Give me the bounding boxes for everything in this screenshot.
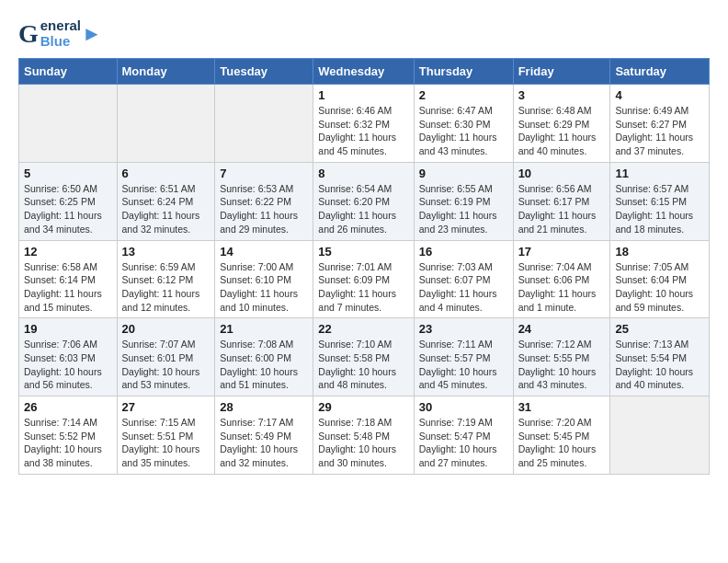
day-info: Sunrise: 7:08 AM Sunset: 6:00 PM Dayligh… — [220, 338, 308, 392]
calendar-cell: 27Sunrise: 7:15 AM Sunset: 5:51 PM Dayli… — [117, 396, 215, 475]
day-info: Sunrise: 7:19 AM Sunset: 5:47 PM Dayligh… — [419, 416, 508, 470]
calendar-cell: 17Sunrise: 7:04 AM Sunset: 6:06 PM Dayli… — [513, 240, 610, 318]
calendar-cell: 21Sunrise: 7:08 AM Sunset: 6:00 PM Dayli… — [215, 318, 313, 396]
calendar-cell: 24Sunrise: 7:12 AM Sunset: 5:55 PM Dayli… — [513, 318, 610, 396]
page-header: G eneral Blue ► — [18, 18, 710, 49]
day-info: Sunrise: 7:10 AM Sunset: 5:58 PM Dayligh… — [318, 338, 408, 392]
day-number: 6 — [122, 167, 210, 180]
day-number: 11 — [615, 167, 704, 180]
calendar-cell: 9Sunrise: 6:55 AM Sunset: 6:19 PM Daylig… — [414, 162, 513, 240]
calendar-cell — [117, 85, 215, 163]
calendar-cell: 18Sunrise: 7:05 AM Sunset: 6:04 PM Dayli… — [610, 240, 710, 318]
calendar-cell: 5Sunrise: 6:50 AM Sunset: 6:25 PM Daylig… — [19, 162, 118, 240]
calendar-cell: 7Sunrise: 6:53 AM Sunset: 6:22 PM Daylig… — [215, 162, 313, 240]
day-info: Sunrise: 7:06 AM Sunset: 6:03 PM Dayligh… — [24, 338, 112, 392]
calendar-cell: 31Sunrise: 7:20 AM Sunset: 5:45 PM Dayli… — [513, 396, 610, 475]
day-number: 26 — [24, 400, 112, 414]
calendar-cell: 30Sunrise: 7:19 AM Sunset: 5:47 PM Dayli… — [414, 396, 513, 475]
calendar-cell: 3Sunrise: 6:48 AM Sunset: 6:29 PM Daylig… — [513, 85, 610, 163]
week-row-3: 12Sunrise: 6:58 AM Sunset: 6:14 PM Dayli… — [19, 240, 710, 318]
day-number: 24 — [518, 322, 606, 336]
day-info: Sunrise: 7:05 AM Sunset: 6:04 PM Dayligh… — [615, 260, 704, 315]
day-number: 12 — [24, 245, 112, 259]
calendar-cell: 16Sunrise: 7:03 AM Sunset: 6:07 PM Dayli… — [414, 240, 513, 318]
day-info: Sunrise: 6:48 AM Sunset: 6:29 PM Dayligh… — [518, 104, 606, 158]
day-info: Sunrise: 7:15 AM Sunset: 5:51 PM Dayligh… — [122, 416, 210, 470]
logo-line2: Blue — [40, 34, 81, 50]
day-info: Sunrise: 6:55 AM Sunset: 6:19 PM Dayligh… — [419, 182, 508, 236]
logo-g: G — [18, 19, 39, 49]
week-row-4: 19Sunrise: 7:06 AM Sunset: 6:03 PM Dayli… — [19, 318, 710, 396]
day-number: 22 — [318, 322, 408, 336]
day-info: Sunrise: 6:53 AM Sunset: 6:22 PM Dayligh… — [220, 182, 308, 236]
day-header-thursday: Thursday — [414, 59, 513, 85]
calendar-cell: 20Sunrise: 7:07 AM Sunset: 6:01 PM Dayli… — [117, 318, 215, 396]
calendar-cell: 8Sunrise: 6:54 AM Sunset: 6:20 PM Daylig… — [313, 162, 414, 240]
calendar-cell — [610, 396, 710, 475]
calendar-cell: 26Sunrise: 7:14 AM Sunset: 5:52 PM Dayli… — [19, 396, 118, 475]
day-info: Sunrise: 6:57 AM Sunset: 6:15 PM Dayligh… — [615, 182, 704, 236]
day-info: Sunrise: 6:49 AM Sunset: 6:27 PM Dayligh… — [615, 104, 704, 158]
day-number: 7 — [220, 167, 308, 180]
calendar-cell: 14Sunrise: 7:00 AM Sunset: 6:10 PM Dayli… — [215, 240, 313, 318]
day-info: Sunrise: 7:07 AM Sunset: 6:01 PM Dayligh… — [122, 338, 210, 392]
week-row-2: 5Sunrise: 6:50 AM Sunset: 6:25 PM Daylig… — [19, 162, 710, 240]
day-info: Sunrise: 6:54 AM Sunset: 6:20 PM Dayligh… — [318, 182, 408, 236]
day-number: 23 — [419, 322, 508, 336]
calendar-cell: 13Sunrise: 6:59 AM Sunset: 6:12 PM Dayli… — [117, 240, 215, 318]
day-number: 2 — [419, 88, 508, 102]
day-info: Sunrise: 6:59 AM Sunset: 6:12 PM Dayligh… — [122, 260, 210, 315]
day-number: 17 — [518, 245, 606, 259]
day-info: Sunrise: 7:20 AM Sunset: 5:45 PM Dayligh… — [518, 416, 606, 470]
day-number: 25 — [615, 322, 704, 336]
day-number: 29 — [318, 400, 408, 414]
calendar-cell: 6Sunrise: 6:51 AM Sunset: 6:24 PM Daylig… — [117, 162, 215, 240]
day-info: Sunrise: 7:04 AM Sunset: 6:06 PM Dayligh… — [518, 260, 606, 315]
calendar-cell: 23Sunrise: 7:11 AM Sunset: 5:57 PM Dayli… — [414, 318, 513, 396]
calendar-cell: 11Sunrise: 6:57 AM Sunset: 6:15 PM Dayli… — [610, 162, 710, 240]
day-header-saturday: Saturday — [610, 59, 710, 85]
calendar-cell — [19, 85, 118, 163]
calendar-cell — [215, 85, 313, 163]
day-info: Sunrise: 7:18 AM Sunset: 5:48 PM Dayligh… — [318, 416, 408, 470]
week-row-5: 26Sunrise: 7:14 AM Sunset: 5:52 PM Dayli… — [19, 396, 710, 475]
calendar-cell: 22Sunrise: 7:10 AM Sunset: 5:58 PM Dayli… — [313, 318, 414, 396]
day-header-wednesday: Wednesday — [313, 59, 414, 85]
day-number: 20 — [122, 322, 210, 336]
day-info: Sunrise: 6:51 AM Sunset: 6:24 PM Dayligh… — [122, 182, 210, 236]
day-info: Sunrise: 6:56 AM Sunset: 6:17 PM Dayligh… — [518, 182, 606, 236]
day-number: 27 — [122, 400, 210, 414]
calendar-cell: 15Sunrise: 7:01 AM Sunset: 6:09 PM Dayli… — [313, 240, 414, 318]
day-number: 30 — [419, 400, 508, 414]
calendar-cell: 1Sunrise: 6:46 AM Sunset: 6:32 PM Daylig… — [313, 85, 414, 163]
logo-line1: eneral — [40, 18, 81, 34]
logo: G eneral Blue ► — [18, 18, 102, 49]
calendar-cell: 4Sunrise: 6:49 AM Sunset: 6:27 PM Daylig… — [610, 85, 710, 163]
day-number: 10 — [518, 167, 606, 180]
calendar-cell: 10Sunrise: 6:56 AM Sunset: 6:17 PM Dayli… — [513, 162, 610, 240]
day-info: Sunrise: 7:12 AM Sunset: 5:55 PM Dayligh… — [518, 338, 606, 392]
day-number: 14 — [220, 245, 308, 259]
day-number: 15 — [318, 245, 408, 259]
logo-icon: ► — [82, 24, 102, 44]
day-number: 28 — [220, 400, 308, 414]
day-info: Sunrise: 7:00 AM Sunset: 6:10 PM Dayligh… — [220, 260, 308, 315]
day-info: Sunrise: 6:46 AM Sunset: 6:32 PM Dayligh… — [318, 104, 408, 158]
day-info: Sunrise: 6:58 AM Sunset: 6:14 PM Dayligh… — [24, 260, 112, 315]
day-number: 21 — [220, 322, 308, 336]
day-number: 5 — [24, 167, 112, 180]
day-number: 9 — [419, 167, 508, 180]
day-header-friday: Friday — [513, 59, 610, 85]
day-number: 31 — [518, 400, 606, 414]
day-header-tuesday: Tuesday — [215, 59, 313, 85]
calendar-cell: 25Sunrise: 7:13 AM Sunset: 5:54 PM Dayli… — [610, 318, 710, 396]
calendar-cell: 2Sunrise: 6:47 AM Sunset: 6:30 PM Daylig… — [414, 85, 513, 163]
day-info: Sunrise: 7:14 AM Sunset: 5:52 PM Dayligh… — [24, 416, 112, 470]
calendar-table: SundayMondayTuesdayWednesdayThursdayFrid… — [18, 58, 710, 475]
day-number: 1 — [318, 88, 408, 102]
header-row: SundayMondayTuesdayWednesdayThursdayFrid… — [19, 59, 710, 85]
calendar-cell: 28Sunrise: 7:17 AM Sunset: 5:49 PM Dayli… — [215, 396, 313, 475]
day-info: Sunrise: 7:17 AM Sunset: 5:49 PM Dayligh… — [220, 416, 308, 470]
day-info: Sunrise: 7:13 AM Sunset: 5:54 PM Dayligh… — [615, 338, 704, 392]
logo-lines: eneral Blue — [40, 18, 81, 49]
